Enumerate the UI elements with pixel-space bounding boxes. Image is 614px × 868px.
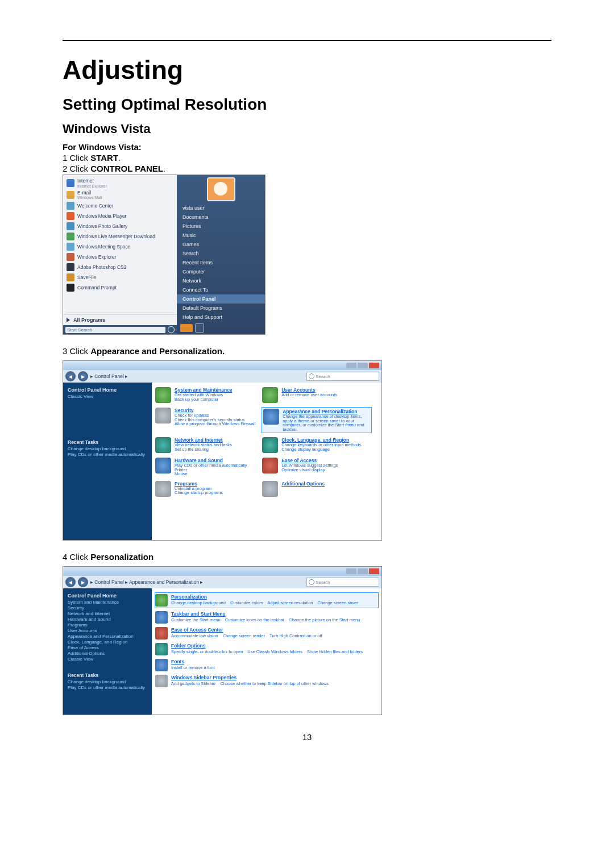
start-menu-right-item[interactable]: Music [177, 231, 265, 240]
maximize-icon[interactable] [358, 568, 368, 574]
start-menu-search[interactable]: Start Search [63, 325, 177, 334]
program-icon [67, 222, 74, 230]
category-icon [155, 408, 171, 423]
sidebar-link[interactable]: Additional Options [68, 651, 147, 656]
cp-category[interactable]: Clock, Language, and RegionChange keyboa… [262, 437, 369, 453]
category-icon [262, 437, 278, 453]
window-controls[interactable] [346, 363, 379, 368]
start-menu-item[interactable]: Windows Explorer [63, 252, 177, 262]
start-menu-right-item[interactable]: Connect To [177, 285, 265, 294]
forward-button-icon[interactable]: ► [78, 371, 88, 381]
category-sublinks: Add gadgets to SidebarChoose whether to … [171, 681, 333, 686]
recent-task-link[interactable]: Change desktop background [68, 679, 147, 684]
ap-category-row[interactable]: PersonalizationChange desktop background… [155, 593, 378, 608]
sidebar-link-classic[interactable]: Classic View [68, 657, 147, 662]
cp-category[interactable]: Network and InternetView network status … [155, 437, 262, 453]
sidebar-link[interactable]: Security [68, 605, 147, 610]
ap-category-row[interactable]: Folder OptionsSpecify single- or double-… [155, 643, 378, 655]
category-icon [155, 437, 171, 453]
start-menu-right-item[interactable]: Control Panel [177, 294, 265, 304]
window-controls[interactable] [346, 568, 379, 574]
category-desc: Get started with WindowsBack up your com… [175, 393, 233, 401]
sidebar-link[interactable]: Programs [68, 622, 147, 628]
category-icon [155, 387, 171, 403]
category-title: Taskbar and Start Menu [171, 611, 226, 617]
sidebar-link[interactable]: User Accounts [68, 628, 147, 633]
step-1: 1 Click START. [63, 153, 551, 163]
close-icon[interactable] [369, 363, 379, 368]
forward-button-icon[interactable]: ► [78, 577, 88, 587]
start-menu-item[interactable]: E-mailWindows Mail [63, 189, 177, 201]
sidebar-link-classic[interactable]: Classic View [68, 394, 147, 399]
sidebar-link[interactable]: Clock, Language, and Region [68, 639, 147, 645]
cp-category[interactable]: System and MaintenanceGet started with W… [155, 387, 262, 403]
start-menu-item[interactable]: InternetInternet Explorer [63, 177, 177, 189]
cp-category[interactable]: SecurityCheck for updatesCheck this comp… [155, 408, 262, 433]
category-icon [155, 594, 168, 607]
start-menu-right-item[interactable]: Recent Items [177, 258, 265, 267]
back-button-icon[interactable]: ◄ [65, 577, 76, 587]
ap-category-row[interactable]: Windows Sidebar PropertiesAdd gadgets to… [155, 675, 378, 687]
close-icon[interactable] [369, 568, 379, 574]
step-4: 4 Click Personalization [63, 552, 551, 562]
minimize-icon[interactable] [346, 568, 356, 574]
lock-button-icon[interactable] [195, 323, 204, 333]
start-menu-item[interactable]: Windows Media Player [63, 211, 177, 221]
ap-category-row[interactable]: FontsInstall or remove a font [155, 659, 378, 671]
recent-tasks-heading: Recent Tasks [68, 439, 147, 445]
screenshot-control-panel: ◄ ► ▸ Control Panel ▸ Search Control Pan… [63, 360, 382, 541]
cp-category[interactable]: Additional Options [262, 481, 369, 497]
maximize-icon[interactable] [358, 363, 368, 368]
start-menu-item[interactable]: Command Prompt [63, 283, 177, 293]
recent-task-link[interactable]: Play CDs or other media automatically [68, 685, 147, 690]
cp-category[interactable]: Hardware and SoundPlay CDs or other medi… [155, 458, 262, 476]
start-menu-item[interactable]: Welcome Center [63, 201, 177, 211]
start-menu-right-item[interactable]: Help and Support [177, 313, 265, 322]
start-menu-right-item[interactable]: Documents [177, 213, 265, 222]
start-menu-program-list: InternetInternet ExplorerE-mailWindows M… [63, 175, 177, 312]
search-input[interactable]: Search [306, 372, 379, 381]
start-menu-item[interactable]: Adobe Photoshop CS2 [63, 262, 177, 272]
cp-category[interactable]: ProgramsUninstall a programChange startu… [155, 481, 262, 497]
start-menu-item[interactable]: Windows Live Messenger Download [63, 231, 177, 242]
category-icon [262, 481, 278, 497]
start-menu-right-item[interactable]: Default Programs [177, 304, 265, 313]
cp-category[interactable]: User AccountsAdd or remove user accounts [262, 387, 369, 403]
sidebar-link[interactable]: Network and Internet [68, 611, 147, 616]
start-menu-item-label: Adobe Photoshop CS2 [77, 265, 126, 270]
start-menu-item-label: SaveFile [77, 275, 96, 280]
sidebar-link[interactable]: Hardware and Sound [68, 617, 147, 622]
breadcrumb[interactable]: ▸ Control Panel ▸ [90, 373, 128, 379]
start-menu-right-item[interactable]: Search [177, 249, 265, 258]
start-menu-right-item[interactable]: Network [177, 276, 265, 285]
category-icon [262, 458, 278, 474]
start-search-input[interactable]: Start Search [65, 327, 165, 333]
recent-task-link[interactable]: Change desktop background [68, 446, 147, 451]
start-menu-right-item[interactable]: Games [177, 240, 265, 249]
screenshot-appearance-panel: ◄ ► ▸ Control Panel ▸ Appearance and Per… [63, 566, 382, 715]
start-menu-item[interactable]: SaveFile [63, 272, 177, 283]
start-menu-right-item[interactable]: Computer [177, 267, 265, 276]
minimize-icon[interactable] [346, 363, 356, 368]
cp-category[interactable]: Ease of AccessLet Windows suggest settin… [262, 458, 369, 476]
power-button-icon[interactable] [180, 324, 193, 332]
start-menu-item[interactable]: Windows Meeting Space [63, 242, 177, 252]
sidebar-link[interactable]: Ease of Access [68, 645, 147, 650]
start-menu-all-programs[interactable]: All Programs [63, 314, 177, 325]
program-icon [67, 253, 74, 261]
category-title: Additional Options [281, 481, 325, 487]
ap-category-row[interactable]: Taskbar and Start MenuCustomize the Star… [155, 611, 378, 624]
start-menu-right-item[interactable]: Pictures [177, 222, 265, 231]
search-input[interactable]: Search [306, 578, 379, 587]
back-button-icon[interactable]: ◄ [65, 371, 76, 381]
sidebar-link[interactable]: Appearance and Personalization [68, 634, 147, 639]
start-menu-right-item[interactable]: vista user [177, 203, 265, 213]
start-menu-item-label: Welcome Center [77, 203, 113, 209]
start-menu-item[interactable]: Windows Photo Gallery [63, 221, 177, 231]
ap-category-row[interactable]: Ease of Access CenterAccommodate low vis… [155, 627, 378, 639]
breadcrumb[interactable]: ▸ Control Panel ▸ Appearance and Persona… [90, 579, 203, 585]
recent-task-link[interactable]: Play CDs or other media automatically [68, 452, 147, 457]
cp-category[interactable]: Appearance and PersonalizationChange the… [262, 408, 371, 433]
sidebar-link[interactable]: System and Maintenance [68, 600, 147, 605]
page-number: 13 [63, 732, 551, 742]
